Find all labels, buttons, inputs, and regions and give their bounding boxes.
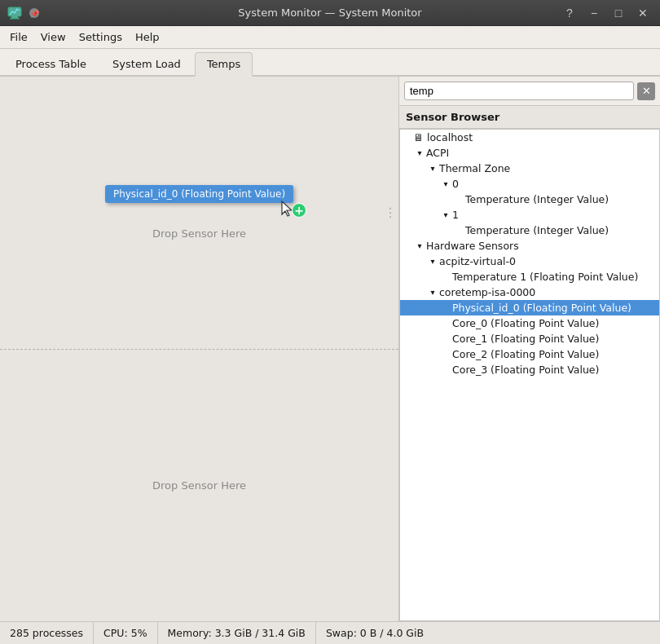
search-bar: ✕ <box>399 77 660 106</box>
tree-item-hw_sensors[interactable]: ▾Hardware Sensors <box>400 238 659 254</box>
status-cpu: CPU: 5% <box>94 622 157 644</box>
svg-text:📌: 📌 <box>30 9 40 19</box>
help-button[interactable]: ? <box>559 4 580 22</box>
tree-item-coretemp[interactable]: ▾coretemp-isa-0000 <box>400 285 659 300</box>
app-icon <box>7 5 23 21</box>
tree-item-tz_1[interactable]: ▾1 <box>400 207 659 223</box>
tree-label: coretemp-isa-0000 <box>439 286 659 298</box>
status-processes: 285 processes <box>0 622 94 644</box>
tree-item-acpitz[interactable]: ▾acpitz-virtual-0 <box>400 254 659 269</box>
drop-label-bottom: Drop Sensor Here <box>152 479 246 492</box>
menu-settings[interactable]: Settings <box>73 29 129 46</box>
tree-toggle[interactable]: ▾ <box>426 288 439 297</box>
sensor-browser-header: Sensor Browser <box>399 106 660 129</box>
menu-help[interactable]: Help <box>129 29 166 46</box>
tree-label: Physical_id_0 (Floating Point Value) <box>452 302 659 314</box>
tree-item-tz_0_temp[interactable]: Temperature (Integer Value) <box>400 192 659 207</box>
tree-label: Temperature (Integer Value) <box>465 193 659 205</box>
search-input[interactable] <box>404 82 634 100</box>
tree-item-core_0[interactable]: Core_0 (Floating Point Value) <box>400 315 659 331</box>
tree-label: ACPI <box>426 147 659 159</box>
left-panel: Physical_id_0 (Floating Point Value) + D… <box>0 77 399 621</box>
tabbar: Process Table System Load Temps <box>0 49 660 77</box>
svg-rect-1 <box>11 16 18 18</box>
titlebar: 📌 System Monitor — System Monitor ? − □ … <box>0 0 660 26</box>
main-content: Physical_id_0 (Floating Point Value) + D… <box>0 77 660 621</box>
tree-toggle[interactable]: ▾ <box>426 164 439 173</box>
titlebar-left: 📌 <box>7 5 41 21</box>
sensor-tree[interactable]: 🖥localhost▾ACPI▾Thermal Zone▾0Temperatur… <box>399 129 660 621</box>
tree-label: Core_3 (Floating Point Value) <box>452 364 659 376</box>
tree-label: Thermal Zone <box>439 162 659 174</box>
tree-toggle[interactable]: ▾ <box>439 179 452 188</box>
tree-label: localhost <box>427 131 659 143</box>
tree-label: 0 <box>452 178 659 190</box>
tree-toggle[interactable]: ▾ <box>439 210 452 219</box>
tree-item-acpitz_temp1[interactable]: Temperature 1 (Floating Point Value) <box>400 269 659 285</box>
pin-icon: 📌 <box>28 7 41 20</box>
tree-item-acpi[interactable]: ▾ACPI <box>400 145 659 161</box>
tree-label: acpitz-virtual-0 <box>439 255 659 267</box>
tree-item-core_1[interactable]: Core_1 (Floating Point Value) <box>400 331 659 346</box>
tree-item-core_3[interactable]: Core_3 (Floating Point Value) <box>400 362 659 377</box>
tree-item-localhost[interactable]: 🖥localhost <box>400 130 659 145</box>
maximize-button[interactable]: □ <box>608 4 629 22</box>
tree-label: Core_0 (Floating Point Value) <box>452 317 659 329</box>
menu-view[interactable]: View <box>34 29 73 46</box>
status-swap: Swap: 0 B / 4.0 GiB <box>316 622 433 644</box>
drop-zone-bottom[interactable]: Drop Sensor Here <box>0 350 398 622</box>
tree-toggle[interactable]: ▾ <box>413 241 426 250</box>
status-memory: Memory: 3.3 GiB / 31.4 GiB <box>158 622 316 644</box>
svg-marker-5 <box>282 201 292 216</box>
menu-file[interactable]: File <box>3 29 34 46</box>
search-clear-button[interactable]: ✕ <box>637 82 655 100</box>
tree-item-tz_0[interactable]: ▾0 <box>400 176 659 192</box>
tab-process-table[interactable]: Process Table <box>3 52 99 75</box>
resize-handle[interactable]: ⋮ <box>384 206 397 219</box>
tree-item-core_2[interactable]: Core_2 (Floating Point Value) <box>400 346 659 362</box>
tree-toggle[interactable]: ▾ <box>413 148 426 157</box>
tree-item-tz_1_temp[interactable]: Temperature (Integer Value) <box>400 223 659 238</box>
svg-rect-0 <box>8 7 21 16</box>
tab-system-load[interactable]: System Load <box>100 52 193 75</box>
drop-label-top: Drop Sensor Here <box>152 227 246 240</box>
tree-label: Temperature (Integer Value) <box>465 224 659 236</box>
tree-toggle[interactable]: ▾ <box>426 257 439 266</box>
monitor-icon: 🖥 <box>413 131 424 143</box>
tree-label: Core_1 (Floating Point Value) <box>452 333 659 345</box>
tree-label: Hardware Sensors <box>426 240 659 252</box>
dragging-chip: Physical_id_0 (Floating Point Value) <box>105 185 293 203</box>
tree-item-physical_id_0[interactable]: Physical_id_0 (Floating Point Value) <box>400 300 659 315</box>
menubar: File View Settings Help <box>0 26 660 49</box>
tree-label: Temperature 1 (Floating Point Value) <box>452 271 659 283</box>
right-panel: ✕ Sensor Browser 🖥localhost▾ACPI▾Thermal… <box>399 77 660 621</box>
close-button[interactable]: ✕ <box>632 4 653 22</box>
tree-item-thermal_zone[interactable]: ▾Thermal Zone <box>400 161 659 176</box>
cursor-indicator: + <box>280 200 306 218</box>
tree-label: 1 <box>452 209 659 221</box>
plus-badge: + <box>292 203 306 218</box>
drop-zone-top[interactable]: Physical_id_0 (Floating Point Value) + D… <box>0 77 398 350</box>
minimize-button[interactable]: − <box>583 4 605 22</box>
tree-label: Core_2 (Floating Point Value) <box>452 348 659 360</box>
tab-temps[interactable]: Temps <box>195 52 253 77</box>
svg-rect-2 <box>10 18 20 20</box>
statusbar: 285 processes CPU: 5% Memory: 3.3 GiB / … <box>0 621 660 644</box>
window-title: System Monitor — System Monitor <box>238 7 421 19</box>
titlebar-controls: ? − □ ✕ <box>559 4 653 22</box>
